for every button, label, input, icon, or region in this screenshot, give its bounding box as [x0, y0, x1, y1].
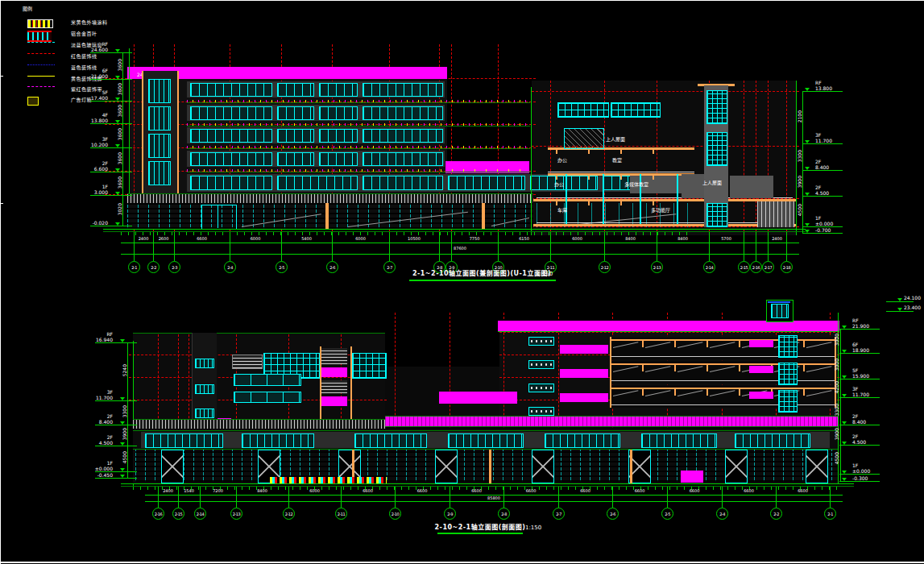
- level-line: [839, 397, 880, 398]
- elevation-text: 8.400: [73, 420, 113, 425]
- dim-text: 8400: [257, 489, 267, 493]
- dim-text: 3600: [118, 176, 122, 189]
- magenta-panel: [749, 340, 773, 347]
- door-panel: [532, 450, 554, 483]
- elevation-text: -0.700: [815, 228, 831, 233]
- grid-axis-line: [756, 81, 756, 235]
- magenta-panel: [681, 471, 703, 483]
- corridor-post: [706, 388, 708, 396]
- dim-text: 1540: [184, 489, 194, 493]
- window: [277, 152, 314, 166]
- grid-bubble: 2-15: [738, 261, 750, 273]
- dim-text: 4500: [122, 451, 127, 463]
- column: [630, 450, 632, 483]
- dim-text: 3900: [122, 428, 127, 440]
- level-marker-icon: [120, 339, 125, 342]
- level-marker-icon: [115, 144, 120, 147]
- level-line: [90, 172, 132, 172]
- bubble-leader: [503, 487, 504, 508]
- dim-text: 8400: [625, 237, 636, 241]
- grid-bubble-label: 2-5: [279, 265, 284, 270]
- level-grid-line: [499, 332, 839, 333]
- corridor-post: [739, 388, 740, 396]
- dim-text: 3600: [118, 105, 122, 117]
- window: [319, 83, 358, 97]
- window-grid: [706, 132, 727, 166]
- corridor-rail: [610, 339, 836, 341]
- grid-bubble-label: 2-18: [783, 265, 790, 270]
- corridor-floor-line: [610, 356, 836, 357]
- drawing2-scale: 1:150: [525, 525, 541, 531]
- dim-text: 6600: [744, 489, 754, 493]
- window-grid: [706, 90, 727, 124]
- bubble-leader: [200, 487, 201, 508]
- grid-bubble: 2-6: [326, 261, 338, 273]
- bubble-leader: [236, 487, 237, 508]
- level-line: [95, 425, 137, 425]
- window: [545, 433, 620, 448]
- elevation-text: 10.200: [68, 143, 108, 147]
- ceiling-line: [548, 172, 694, 172]
- bubble-leader: [230, 232, 230, 261]
- grid-bubble: 2-16: [750, 261, 762, 273]
- level-dim-chain: [840, 329, 841, 481]
- dim-text: 6600: [526, 489, 537, 493]
- corridor-post: [739, 363, 740, 371]
- bubble-leader: [332, 232, 333, 261]
- level-marker-icon: [842, 471, 847, 474]
- ground-line: [121, 483, 854, 484]
- elevation-text: ±0.000: [815, 222, 833, 226]
- dim-text: 2400: [163, 489, 173, 493]
- bubble-leader: [776, 487, 777, 508]
- total-dim-text: 85800: [487, 496, 500, 500]
- grid-bubble: 2-2: [147, 261, 160, 273]
- magenta-floor-band: [560, 393, 608, 402]
- grid-bubble: 2-12: [599, 261, 611, 273]
- level-marker-icon: [842, 442, 847, 445]
- grid-bubble-label: 2-5: [665, 512, 670, 516]
- grid-bubble-label: 2-9: [447, 512, 453, 516]
- bubble-leader: [786, 232, 787, 261]
- grid-bubble: 2-8: [498, 508, 510, 520]
- level-marker-icon: [842, 478, 847, 481]
- bubble-leader: [158, 487, 159, 508]
- level-line: [90, 226, 132, 226]
- grid-bubble: 2-17: [762, 261, 774, 273]
- grid-bubble: 2-2: [770, 508, 782, 520]
- legend-item-label: 铝合金百叶: [71, 31, 97, 36]
- dim-text: 3600: [118, 59, 122, 71]
- room-label: 车库: [557, 208, 567, 213]
- magenta-dashed-line: [27, 86, 55, 87]
- window: [195, 384, 214, 394]
- level-marker-icon: [805, 223, 810, 226]
- bubble-leader: [768, 232, 769, 261]
- grid-bubble: 2-16: [152, 508, 164, 520]
- slab-post: [556, 201, 557, 205]
- elevation-text: ±0.000: [852, 469, 870, 474]
- dim-text: 6600: [635, 489, 645, 493]
- window: [363, 176, 443, 190]
- yellow-solid-line: [27, 76, 55, 77]
- window-grid: [778, 390, 798, 413]
- ground-hatch: [121, 232, 693, 235]
- window: [354, 433, 427, 448]
- window: [148, 161, 171, 185]
- level-marker-icon: [897, 308, 902, 311]
- dim-text: 6000: [251, 237, 261, 241]
- grid-bubble: 2-15: [172, 508, 184, 520]
- entrance-door: [201, 205, 237, 230]
- level-marker-icon: [897, 298, 902, 301]
- drawing2-title: 2-10~2-1轴立面图(剖面图): [435, 525, 526, 531]
- sheet-border-left: [0, 0, 1, 564]
- elevation-text: 23.400: [904, 305, 921, 310]
- canopy-band-magenta: [385, 416, 838, 427]
- floor-tick-line: [187, 146, 530, 149]
- grid-bubble-label: 2-17: [764, 265, 772, 270]
- corridor-rail: [610, 388, 836, 389]
- elevation-text: 13.800: [815, 86, 832, 91]
- slab-post: [620, 201, 622, 205]
- bubble-leader: [174, 232, 175, 261]
- dim-text: 2400: [139, 237, 149, 241]
- dim-text: 6600: [363, 489, 373, 493]
- magenta-band: [439, 392, 517, 404]
